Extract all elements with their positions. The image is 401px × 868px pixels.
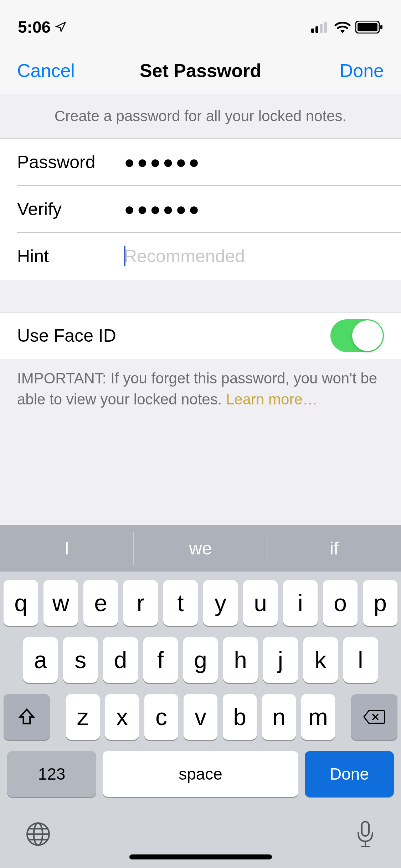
space-key[interactable]: space (103, 751, 298, 797)
key-v[interactable]: v (184, 694, 217, 740)
svg-rect-2 (320, 24, 323, 33)
shift-key[interactable] (4, 694, 50, 740)
verify-value: ●●●●●● (124, 199, 384, 219)
password-form: Password ●●●●●● Verify ●●●●●● Hint (0, 138, 401, 280)
verify-row[interactable]: Verify ●●●●●● (0, 186, 401, 233)
hint-row[interactable]: Hint (0, 233, 401, 280)
key-row-3: z x c v b n m (4, 694, 397, 740)
battery-icon (355, 21, 383, 33)
key-u[interactable]: u (243, 580, 278, 626)
faceid-toggle[interactable] (330, 319, 384, 352)
key-k[interactable]: k (303, 637, 338, 683)
suggestion-1[interactable]: I (0, 525, 134, 572)
toggle-knob (352, 320, 383, 351)
svg-rect-0 (311, 29, 314, 33)
key-d[interactable]: d (103, 637, 138, 683)
cancel-button[interactable]: Cancel (17, 60, 75, 81)
suggestion-2[interactable]: we (134, 525, 267, 572)
key-m[interactable]: m (301, 694, 335, 740)
key-w[interactable]: w (43, 580, 78, 626)
cellular-icon (311, 21, 330, 33)
key-z[interactable]: z (66, 694, 100, 740)
key-row-2: a s d f g h j k l (4, 637, 397, 683)
shift-icon (17, 707, 37, 727)
key-row-bottom: 123 space Done (4, 751, 397, 797)
nav-bar: Cancel Set Password Done (0, 47, 401, 94)
key-f[interactable]: f (143, 637, 178, 683)
key-a[interactable]: a (23, 637, 58, 683)
status-bar: 5:06 (0, 0, 401, 47)
spacer (0, 280, 401, 312)
mic-icon[interactable] (355, 820, 376, 848)
password-row[interactable]: Password ●●●●●● (0, 139, 401, 186)
key-e[interactable]: e (83, 580, 118, 626)
key-g[interactable]: g (183, 637, 218, 683)
location-icon (55, 21, 66, 33)
key-c[interactable]: c (144, 694, 178, 740)
key-row-1: q w e r t y u i o p (4, 580, 397, 626)
suggestion-bar: I we if (0, 525, 401, 572)
home-indicator[interactable] (129, 854, 272, 859)
key-y[interactable]: y (203, 580, 238, 626)
key-l[interactable]: l (343, 637, 378, 683)
svg-rect-1 (315, 26, 318, 33)
numeric-key[interactable]: 123 (7, 751, 96, 797)
svg-rect-5 (358, 23, 377, 31)
learn-more-link[interactable]: Learn more… (226, 391, 318, 408)
key-p[interactable]: p (363, 580, 397, 626)
key-q[interactable]: q (4, 580, 38, 626)
done-button[interactable]: Done (340, 60, 384, 81)
section-description: Create a password for all your locked no… (0, 94, 401, 138)
key-t[interactable]: t (163, 580, 198, 626)
password-label: Password (17, 152, 124, 172)
keyboard: I we if q w e r t y u i o p a s d f g h … (0, 525, 401, 868)
globe-icon[interactable] (25, 821, 51, 847)
suggestion-3[interactable]: if (267, 525, 401, 572)
password-value: ●●●●●● (124, 152, 384, 172)
svg-rect-9 (362, 822, 369, 836)
key-n[interactable]: n (262, 694, 296, 740)
backspace-key[interactable] (351, 694, 397, 740)
faceid-row: Use Face ID (0, 312, 401, 359)
key-b[interactable]: b (223, 694, 257, 740)
hint-input[interactable] (124, 246, 384, 267)
key-h[interactable]: h (223, 637, 258, 683)
page-title: Set Password (140, 60, 261, 81)
key-r[interactable]: r (123, 580, 158, 626)
key-i[interactable]: i (283, 580, 318, 626)
wifi-icon (334, 21, 351, 33)
verify-label: Verify (17, 199, 124, 219)
key-x[interactable]: x (105, 694, 139, 740)
backspace-icon (363, 709, 385, 725)
footer-prefix: IMPORTANT: If you forget this password, … (17, 370, 377, 408)
key-o[interactable]: o (323, 580, 358, 626)
hint-label: Hint (17, 246, 124, 267)
svg-rect-6 (380, 25, 382, 29)
key-j[interactable]: j (263, 637, 298, 683)
keyboard-done-key[interactable]: Done (305, 751, 394, 797)
footer-text: IMPORTANT: If you forget this password, … (0, 359, 401, 419)
svg-rect-3 (324, 22, 327, 33)
status-time: 5:06 (18, 17, 51, 37)
faceid-label: Use Face ID (17, 325, 116, 346)
key-s[interactable]: s (63, 637, 98, 683)
